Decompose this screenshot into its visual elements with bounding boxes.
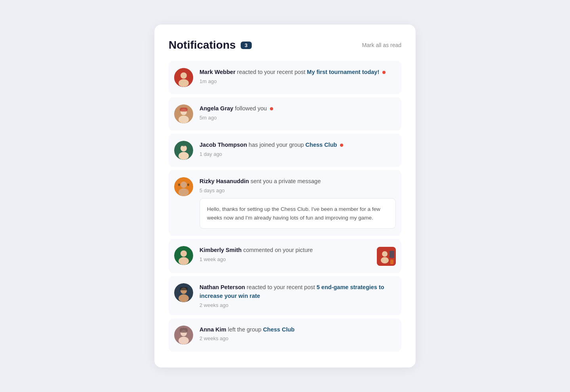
- avatar: [174, 177, 193, 196]
- avatar-image: [174, 68, 193, 87]
- list-item[interactable]: Jacob Thompson has joined your group Che…: [169, 134, 401, 167]
- notification-time: 5m ago: [200, 115, 396, 121]
- action-text: left the group: [228, 326, 263, 333]
- svg-point-20: [382, 251, 388, 257]
- notification-text: Mark Webber reacted to your recent post …: [200, 68, 396, 77]
- panel-header: Notifications 3 Mark all as read: [169, 39, 401, 51]
- notification-time: 1 week ago: [200, 256, 370, 262]
- notifications-list: Mark Webber reacted to your recent post …: [169, 61, 401, 351]
- notification-text: Jacob Thompson has joined your group Che…: [200, 141, 396, 150]
- svg-rect-22: [390, 251, 394, 258]
- svg-rect-6: [180, 108, 188, 112]
- svg-point-30: [179, 337, 189, 345]
- list-item[interactable]: Mark Webber reacted to your recent post …: [169, 61, 401, 94]
- list-item[interactable]: Kimberly Smith commented on your picture…: [169, 239, 401, 273]
- notification-content: Kimberly Smith commented on your picture…: [200, 246, 370, 262]
- list-item[interactable]: Rizky Hasanuddin sent you a private mess…: [169, 170, 401, 236]
- svg-point-5: [179, 116, 189, 123]
- avatar: [174, 326, 193, 345]
- notification-time: 1 day ago: [200, 151, 396, 157]
- svg-rect-14: [178, 184, 180, 186]
- notification-text: Kimberly Smith commented on your picture: [200, 246, 370, 255]
- avatar: [174, 68, 193, 87]
- mark-all-read-button[interactable]: Mark all as read: [362, 42, 401, 48]
- notification-content: Mark Webber reacted to your recent post …: [200, 68, 396, 84]
- notification-content: Rizky Hasanuddin sent you a private mess…: [200, 177, 396, 229]
- notification-content: Anna Kim left the group Chess Club 2 wee…: [200, 326, 396, 342]
- svg-point-9: [179, 152, 189, 160]
- svg-rect-15: [187, 184, 189, 186]
- avatar-svg: [174, 104, 193, 123]
- svg-point-26: [179, 294, 189, 302]
- svg-point-18: [179, 257, 189, 265]
- svg-point-10: [181, 142, 186, 146]
- list-item[interactable]: Anna Kim left the group Chess Club 2 wee…: [169, 318, 401, 352]
- svg-rect-31: [180, 328, 188, 333]
- message-preview: Hello, thanks for setting up the Chess C…: [200, 198, 396, 229]
- title-group: Notifications 3: [169, 39, 252, 51]
- unread-indicator: [340, 144, 343, 147]
- page-title: Notifications: [169, 39, 236, 51]
- thumb-svg: [377, 247, 396, 266]
- action-text: commented on your picture: [243, 247, 313, 253]
- user-name: Nathan Peterson: [200, 284, 245, 290]
- svg-point-13: [179, 188, 189, 196]
- avatar: [174, 141, 193, 160]
- avatar-svg: [174, 68, 193, 87]
- notifications-panel: Notifications 3 Mark all as read Mark: [154, 25, 416, 367]
- svg-rect-27: [180, 287, 188, 290]
- notification-time: 5 days ago: [200, 187, 396, 193]
- notification-right: [377, 246, 396, 266]
- unread-indicator: [382, 71, 386, 74]
- unread-indicator: [270, 107, 273, 110]
- svg-point-12: [180, 182, 187, 188]
- notification-content: Angela Gray followed you 5m ago: [200, 104, 396, 121]
- list-item[interactable]: Angela Gray followed you 5m ago: [169, 97, 401, 131]
- avatar-svg: [174, 283, 193, 302]
- action-text: reacted to your recent post: [237, 69, 307, 75]
- avatar-svg: [174, 246, 193, 265]
- avatar: [174, 104, 193, 123]
- svg-point-21: [381, 257, 389, 263]
- avatar: [174, 246, 193, 265]
- svg-point-1: [180, 72, 187, 79]
- group-name: Chess Club: [263, 326, 294, 333]
- user-name: Angela Gray: [200, 105, 233, 112]
- notification-time: 1m ago: [200, 78, 396, 84]
- svg-rect-23: [390, 259, 393, 264]
- action-text: reacted to your recent post: [247, 284, 317, 290]
- avatar-svg: [174, 141, 193, 160]
- avatar-svg: [174, 177, 193, 196]
- picture-thumbnail: [377, 247, 396, 266]
- action-text: has joined your group: [249, 142, 306, 148]
- user-name: Rizky Hasanuddin: [200, 178, 249, 184]
- user-name: Anna Kim: [200, 326, 226, 333]
- user-name: Mark Webber: [200, 69, 236, 75]
- action-text: followed you: [235, 105, 267, 112]
- notification-time: 2 weeks ago: [200, 335, 396, 341]
- notification-content: Nathan Peterson reacted to your recent p…: [200, 283, 396, 308]
- post-title: My first tournament today!: [307, 69, 379, 75]
- notification-text: Anna Kim left the group Chess Club: [200, 326, 396, 334]
- notification-badge: 3: [241, 42, 252, 49]
- avatar: [174, 283, 193, 302]
- user-name: Jacob Thompson: [200, 142, 247, 148]
- avatar-svg: [174, 326, 193, 345]
- notification-content: Jacob Thompson has joined your group Che…: [200, 141, 396, 157]
- notification-time: 2 weeks ago: [200, 302, 396, 308]
- group-name: Chess Club: [306, 142, 337, 148]
- notification-text: Angela Gray followed you: [200, 104, 396, 113]
- svg-point-17: [180, 250, 187, 257]
- notification-text: Nathan Peterson reacted to your recent p…: [200, 283, 396, 301]
- action-text: sent you a private message: [251, 178, 321, 184]
- notification-text: Rizky Hasanuddin sent you a private mess…: [200, 177, 396, 186]
- list-item[interactable]: Nathan Peterson reacted to your recent p…: [169, 276, 401, 315]
- svg-point-2: [179, 79, 189, 87]
- user-name: Kimberly Smith: [200, 247, 241, 253]
